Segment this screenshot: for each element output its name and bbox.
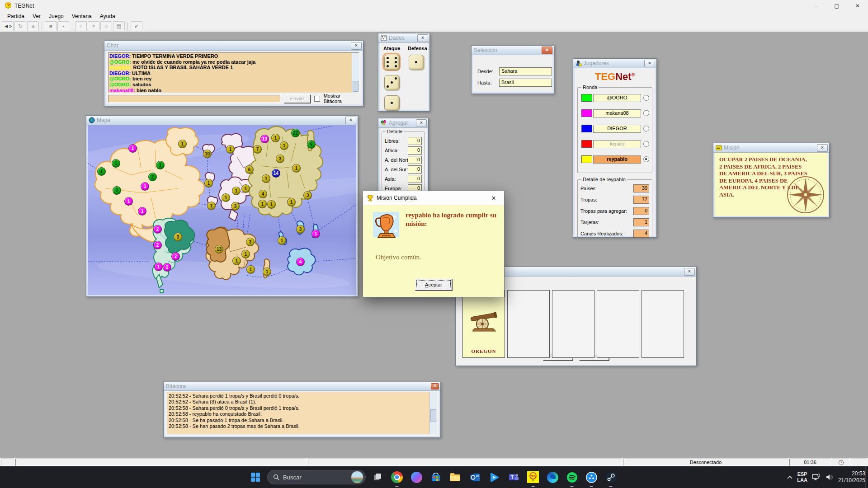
army-token[interactable]: 1 (311, 230, 320, 238)
chat-input[interactable] (108, 95, 280, 103)
add-titlebar[interactable]: Agregar × (378, 118, 428, 128)
copy-icon[interactable]: ▤ (113, 21, 125, 31)
stream-play-icon[interactable] (486, 469, 502, 485)
mission-titlebar[interactable]: Misión × (713, 143, 829, 153)
to-field[interactable]: Brasil (499, 79, 552, 87)
map-content[interactable]: 1111212111101611111313122719311414113123… (88, 125, 356, 295)
confirm-icon[interactable]: ✓ (131, 21, 142, 31)
army-token[interactable]: 1 (278, 236, 286, 245)
teams-icon[interactable]: T (506, 469, 521, 485)
close-icon[interactable]: × (416, 119, 427, 127)
army-token[interactable]: 1 (241, 250, 250, 258)
add-icon[interactable]: + (75, 21, 87, 31)
army-token[interactable]: 13 (260, 135, 269, 143)
army-token[interactable]: 1 (258, 200, 267, 208)
three-dots-app-icon[interactable] (584, 469, 599, 485)
menu-juego[interactable]: Juego (45, 13, 67, 20)
army-token[interactable]: 3 (246, 238, 255, 246)
army-token[interactable]: 2 (163, 263, 171, 272)
player-radio[interactable] (643, 156, 649, 162)
close-icon[interactable]: × (542, 47, 552, 54)
army-token[interactable]: 1 (207, 202, 216, 210)
army-token[interactable]: 2 (153, 241, 162, 249)
army-token[interactable]: 3 (174, 233, 182, 241)
army-token[interactable]: 22 (291, 129, 300, 137)
player-radio[interactable] (643, 110, 649, 116)
close-icon[interactable]: × (351, 42, 362, 50)
army-token[interactable]: 1 (156, 161, 165, 169)
player-radio[interactable] (643, 141, 649, 147)
army-token[interactable]: 1 (128, 144, 137, 153)
start-button[interactable] (248, 469, 263, 485)
chat-scrollbar[interactable] (352, 53, 359, 93)
army-token[interactable]: 4 (259, 190, 267, 198)
accept-button[interactable]: Aceptar (415, 279, 452, 291)
army-token[interactable]: 1 (141, 182, 149, 191)
close-icon[interactable]: ✕ (486, 195, 501, 202)
close-icon[interactable]: × (88, 21, 99, 31)
army-token[interactable]: 6 (245, 165, 254, 174)
spotify-icon[interactable] (564, 469, 580, 485)
show-desktop-button[interactable] (865, 466, 868, 488)
task-view-icon[interactable] (370, 469, 385, 485)
dice-titlebar[interactable]: Dados × (378, 33, 429, 43)
army-token[interactable]: 2 (153, 225, 162, 234)
volume-icon[interactable] (826, 474, 834, 481)
army-token[interactable]: 1 (222, 193, 230, 202)
send-button[interactable]: Enviar (284, 94, 311, 103)
dialog-titlebar[interactable]: Misión Cumplida ✕ (363, 191, 504, 205)
file-explorer-icon[interactable] (448, 469, 463, 485)
log-titlebar[interactable]: Bitácora × (164, 382, 440, 391)
army-token[interactable]: 1 (241, 184, 250, 193)
close-icon[interactable]: × (684, 268, 695, 276)
show-log-checkbox[interactable] (314, 96, 320, 102)
army-token[interactable]: 4 (296, 258, 305, 266)
army-token[interactable]: 1 (124, 197, 133, 206)
army-token[interactable]: 1 (154, 263, 163, 271)
army-token[interactable]: 1 (280, 141, 288, 150)
clock[interactable]: 20:5321/10/2025 (838, 470, 865, 484)
army-token[interactable]: 1 (112, 159, 120, 168)
close-icon[interactable]: × (417, 34, 428, 42)
player-radio[interactable] (643, 126, 649, 131)
army-token[interactable]: 1 (178, 140, 187, 148)
language-indicator[interactable]: ESPLAA (797, 471, 807, 483)
army-token[interactable]: 9 (307, 140, 316, 149)
copilot-icon[interactable] (409, 469, 424, 485)
chrome-icon[interactable] (389, 469, 405, 485)
search-box[interactable]: Buscar (267, 470, 366, 484)
army-token[interactable]: 7 (253, 145, 262, 154)
army-token[interactable]: 1 (204, 179, 213, 188)
settings-icon[interactable]: ☼ (100, 21, 112, 31)
army-token[interactable]: 1 (138, 207, 146, 216)
army-token[interactable]: 1 (267, 200, 276, 209)
army-token[interactable]: 13 (215, 245, 223, 253)
selection-titlebar[interactable]: Selección × (472, 46, 554, 55)
country-card[interactable]: OREGON (462, 290, 505, 358)
army-token[interactable]: 1 (263, 267, 271, 276)
menu-ventana[interactable]: Ventana (68, 13, 95, 20)
close-icon[interactable]: ✕ (847, 0, 868, 12)
outlook-icon[interactable] (467, 469, 482, 485)
empty-card-slot[interactable] (642, 290, 684, 358)
players-titlebar[interactable]: Jugadores × (573, 59, 656, 68)
store-icon[interactable] (428, 469, 443, 485)
army-token[interactable]: 3 (231, 202, 240, 211)
army-token[interactable]: 3 (303, 191, 312, 200)
army-token[interactable]: 1 (232, 187, 241, 195)
army-token[interactable]: 1 (232, 257, 241, 265)
map-titlebar[interactable]: Mapa × (86, 116, 358, 125)
close-icon[interactable]: × (644, 60, 655, 67)
close-icon[interactable]: × (431, 383, 439, 389)
empty-card-slot[interactable] (597, 290, 639, 358)
edge-icon[interactable] (545, 469, 560, 485)
army-token[interactable]: 2 (113, 186, 121, 195)
volume-icon[interactable]: ◄» (2, 21, 14, 31)
steam-icon[interactable] (603, 469, 618, 485)
army-token[interactable]: 1 (292, 164, 301, 173)
army-token[interactable]: 1 (287, 198, 296, 206)
army-token[interactable]: 2 (148, 173, 157, 181)
list-icon[interactable]: ≡ (27, 21, 39, 31)
army-token[interactable]: 3 (276, 155, 284, 163)
log-scrollbar[interactable] (429, 392, 437, 434)
